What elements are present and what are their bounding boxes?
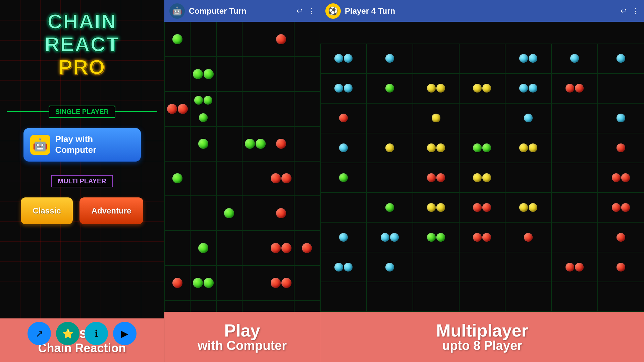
right-grid-cell[interactable] bbox=[320, 44, 367, 73]
right-grid-cell[interactable] bbox=[505, 73, 551, 103]
right-grid-cell[interactable] bbox=[459, 133, 505, 163]
grid-cell[interactable] bbox=[190, 161, 216, 196]
right-grid-cell[interactable] bbox=[598, 282, 644, 312]
right-grid-cell[interactable] bbox=[413, 44, 459, 73]
right-undo-icon[interactable]: ↩ bbox=[621, 7, 627, 15]
classic-button[interactable]: Classic bbox=[21, 197, 73, 224]
right-grid-cell[interactable] bbox=[413, 222, 459, 252]
right-grid-cell[interactable] bbox=[459, 44, 505, 73]
grid-cell[interactable] bbox=[268, 92, 294, 126]
right-grid-cell[interactable] bbox=[367, 163, 413, 193]
right-grid-cell[interactable] bbox=[598, 103, 644, 133]
right-grid-cell[interactable] bbox=[459, 163, 505, 193]
right-grid-cell[interactable] bbox=[598, 133, 644, 163]
right-menu-icon[interactable]: ⋮ bbox=[632, 7, 639, 15]
right-grid-cell[interactable] bbox=[367, 192, 413, 222]
grid-cell[interactable] bbox=[268, 126, 294, 161]
grid-cell[interactable] bbox=[190, 92, 216, 126]
grid-cell[interactable] bbox=[216, 92, 242, 126]
right-grid-cell[interactable] bbox=[505, 192, 551, 222]
right-grid-cell[interactable] bbox=[320, 282, 367, 312]
menu-icon[interactable]: ⋮ bbox=[308, 7, 315, 15]
right-grid-cell[interactable] bbox=[320, 73, 367, 103]
grid-cell[interactable] bbox=[190, 196, 216, 231]
grid-cell[interactable] bbox=[164, 161, 190, 196]
right-grid-cell[interactable] bbox=[551, 103, 598, 133]
grid-cell[interactable] bbox=[216, 126, 242, 161]
right-grid-cell[interactable] bbox=[598, 252, 644, 282]
right-grid-cell[interactable] bbox=[367, 252, 413, 282]
right-grid-cell[interactable] bbox=[551, 222, 598, 252]
adventure-button[interactable]: Adventure bbox=[79, 197, 143, 224]
grid-cell[interactable] bbox=[190, 231, 216, 265]
right-grid-cell[interactable] bbox=[320, 252, 367, 282]
right-grid-cell[interactable] bbox=[413, 163, 459, 193]
right-grid-cell[interactable] bbox=[505, 103, 551, 133]
grid-cell[interactable] bbox=[190, 57, 216, 92]
grid-cell[interactable] bbox=[294, 126, 320, 161]
grid-cell[interactable] bbox=[242, 265, 268, 300]
right-grid-cell[interactable] bbox=[505, 252, 551, 282]
undo-icon[interactable]: ↩ bbox=[297, 7, 303, 15]
right-grid-cell[interactable] bbox=[459, 73, 505, 103]
info-icon-button[interactable]: ℹ bbox=[85, 322, 108, 345]
right-grid-cell[interactable] bbox=[367, 282, 413, 312]
right-grid-cell[interactable] bbox=[505, 44, 551, 73]
right-grid-cell[interactable] bbox=[551, 282, 598, 312]
grid-cell[interactable] bbox=[164, 92, 190, 126]
grid-cell[interactable] bbox=[216, 265, 242, 300]
right-grid-cell[interactable] bbox=[598, 192, 644, 222]
grid-cell[interactable] bbox=[268, 57, 294, 92]
right-grid-cell[interactable] bbox=[505, 133, 551, 163]
right-grid-cell[interactable] bbox=[598, 44, 644, 73]
grid-cell[interactable] bbox=[190, 126, 216, 161]
right-grid-cell[interactable] bbox=[598, 163, 644, 193]
right-grid-cell[interactable] bbox=[367, 222, 413, 252]
right-grid-cell[interactable] bbox=[551, 73, 598, 103]
grid-cell[interactable] bbox=[190, 265, 216, 300]
grid-cell[interactable] bbox=[294, 265, 320, 300]
grid-cell[interactable] bbox=[268, 161, 294, 196]
right-grid-cell[interactable] bbox=[367, 103, 413, 133]
grid-cell[interactable] bbox=[294, 161, 320, 196]
right-grid-cell[interactable] bbox=[367, 133, 413, 163]
grid-cell[interactable] bbox=[242, 22, 268, 57]
grid-cell[interactable] bbox=[294, 196, 320, 231]
right-grid-cell[interactable] bbox=[598, 73, 644, 103]
right-grid-cell[interactable] bbox=[367, 73, 413, 103]
right-grid-cell[interactable] bbox=[459, 222, 505, 252]
right-grid-cell[interactable] bbox=[551, 252, 598, 282]
grid-cell[interactable] bbox=[216, 196, 242, 231]
grid-cell[interactable] bbox=[268, 265, 294, 300]
right-grid-cell[interactable] bbox=[320, 222, 367, 252]
star-icon-button[interactable]: ⭐ bbox=[56, 322, 79, 345]
right-grid-cell[interactable] bbox=[459, 103, 505, 133]
extra-icon-button[interactable]: ▶ bbox=[113, 322, 137, 345]
grid-cell[interactable] bbox=[216, 57, 242, 92]
right-grid-cell[interactable] bbox=[598, 222, 644, 252]
right-grid-cell[interactable] bbox=[413, 73, 459, 103]
grid-cell[interactable] bbox=[164, 265, 190, 300]
grid-cell[interactable] bbox=[268, 196, 294, 231]
grid-cell[interactable] bbox=[242, 126, 268, 161]
right-grid-cell[interactable] bbox=[551, 44, 598, 73]
grid-cell[interactable] bbox=[216, 22, 242, 57]
grid-cell[interactable] bbox=[294, 57, 320, 92]
grid-cell[interactable] bbox=[190, 22, 216, 57]
grid-cell[interactable] bbox=[164, 126, 190, 161]
grid-cell[interactable] bbox=[216, 231, 242, 265]
grid-cell[interactable] bbox=[242, 196, 268, 231]
right-grid-cell[interactable] bbox=[413, 103, 459, 133]
grid-cell[interactable] bbox=[268, 22, 294, 57]
right-grid-cell[interactable] bbox=[551, 133, 598, 163]
play-computer-button[interactable]: 🤖 Play withComputer bbox=[23, 128, 141, 162]
grid-cell[interactable] bbox=[294, 231, 320, 265]
grid-cell[interactable] bbox=[242, 161, 268, 196]
grid-cell[interactable] bbox=[294, 92, 320, 126]
grid-cell[interactable] bbox=[242, 231, 268, 265]
right-grid-cell[interactable] bbox=[320, 103, 367, 133]
right-grid-cell[interactable] bbox=[505, 282, 551, 312]
right-grid-cell[interactable] bbox=[413, 192, 459, 222]
right-grid-cell[interactable] bbox=[459, 192, 505, 222]
grid-cell[interactable] bbox=[216, 161, 242, 196]
